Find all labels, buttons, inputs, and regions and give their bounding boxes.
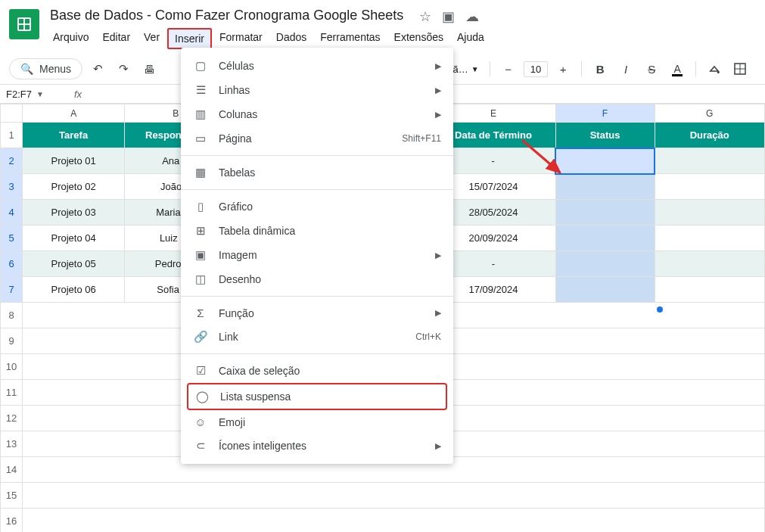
row-header[interactable]: 15 — [1, 483, 23, 509]
menu-item-image[interactable]: ▣ Imagem ▶ — [181, 243, 453, 267]
sheets-logo[interactable] — [9, 9, 39, 39]
font-size-input[interactable]: 10 — [524, 61, 548, 77]
row-header[interactable]: 16 — [1, 509, 23, 533]
document-title[interactable]: Base de Dados - Como Fazer Cronograma Go… — [47, 6, 406, 25]
selection-handle[interactable] — [657, 306, 663, 313]
submenu-arrow-icon: ▶ — [435, 250, 441, 260]
cell[interactable] — [23, 483, 765, 509]
col-header-G[interactable]: G — [655, 104, 765, 123]
header-status[interactable]: Status — [555, 123, 655, 148]
insert-menu-dropdown: ▢ Células ▶ ☰ Linhas ▶ ▥ Colunas ▶ ▭ Pág… — [181, 48, 453, 464]
text-color-button[interactable]: A — [667, 58, 688, 79]
menu-formatar[interactable]: Formatar — [213, 28, 269, 49]
row-header[interactable]: 14 — [1, 457, 23, 483]
cell-selected[interactable] — [555, 148, 655, 174]
menu-label: Link — [219, 331, 405, 343]
cell[interactable] — [655, 148, 765, 174]
menu-item-link[interactable]: 🔗 Link Ctrl+K — [181, 325, 453, 349]
cell-selected[interactable] — [555, 277, 655, 303]
menu-item-function[interactable]: Σ Função ▶ — [181, 301, 453, 325]
font-size-increase[interactable]: + — [552, 58, 574, 79]
row-header[interactable]: 4 — [1, 200, 23, 226]
move-icon[interactable]: ▣ — [442, 8, 455, 25]
strikethrough-button[interactable]: S — [641, 58, 662, 79]
undo-button[interactable]: ↶ — [87, 58, 108, 79]
chart-icon: ▯ — [193, 200, 208, 213]
row-header[interactable]: 5 — [1, 226, 23, 251]
cell-selected[interactable] — [555, 226, 655, 251]
cell[interactable]: Projeto 06 — [23, 277, 125, 303]
dropdown-icon: ◯ — [194, 390, 210, 403]
name-box[interactable]: F2:F7 ▼ — [6, 89, 59, 100]
cell[interactable]: Projeto 02 — [23, 174, 125, 200]
menu-item-checkbox[interactable]: ☑ Caixa de seleção — [181, 359, 453, 383]
italic-button[interactable]: I — [615, 58, 636, 79]
row-header[interactable]: 12 — [1, 406, 23, 431]
chevron-down-icon: ▼ — [471, 65, 479, 73]
row-header[interactable]: 6 — [1, 251, 23, 277]
cell[interactable] — [23, 509, 765, 533]
table-icon: ▦ — [193, 166, 208, 179]
menu-item-pivot[interactable]: ⊞ Tabela dinâmica — [181, 219, 453, 243]
search-icon: 🔍 — [20, 63, 33, 75]
row-header[interactable]: 10 — [1, 354, 23, 380]
cell[interactable] — [655, 174, 765, 200]
menu-item-drawing[interactable]: ◫ Desenho — [181, 267, 453, 291]
borders-button[interactable] — [729, 58, 751, 79]
menu-extensoes[interactable]: Extensões — [388, 28, 449, 49]
menu-inserir[interactable]: Inserir — [167, 28, 212, 49]
star-icon[interactable]: ☆ — [419, 8, 431, 25]
header-tarefa[interactable]: Tarefa — [23, 123, 125, 148]
col-header-A[interactable]: A — [23, 104, 125, 123]
cell[interactable]: Projeto 03 — [23, 200, 125, 226]
cell[interactable]: Projeto 05 — [23, 251, 125, 277]
row-header[interactable]: 8 — [1, 303, 23, 328]
menu-editar[interactable]: Editar — [96, 28, 136, 49]
bold-button[interactable]: B — [589, 58, 611, 79]
cell[interactable] — [655, 251, 765, 277]
pivot-icon: ⊞ — [193, 224, 208, 238]
menu-ver[interactable]: Ver — [138, 28, 166, 49]
menu-item-emoji[interactable]: ☺ Emoji — [181, 410, 453, 434]
menu-item-columns[interactable]: ▥ Colunas ▶ — [181, 102, 453, 126]
row-header[interactable]: 1 — [1, 123, 23, 148]
menu-dados[interactable]: Dados — [270, 28, 313, 49]
drawing-icon: ◫ — [193, 272, 208, 286]
row-header[interactable]: 9 — [1, 328, 23, 354]
row-header[interactable]: 7 — [1, 277, 23, 303]
cell[interactable] — [655, 226, 765, 251]
font-size-decrease[interactable]: − — [498, 58, 519, 79]
row-header[interactable]: 3 — [1, 174, 23, 200]
cell[interactable] — [655, 200, 765, 226]
header-duracao[interactable]: Duração — [655, 123, 765, 148]
row-header[interactable]: 13 — [1, 431, 23, 457]
menu-item-cells[interactable]: ▢ Células ▶ — [181, 54, 453, 78]
menu-label: Função — [219, 307, 424, 319]
cloud-icon[interactable]: ☁ — [465, 8, 479, 25]
fill-color-button[interactable] — [704, 58, 725, 79]
columns-icon: ▥ — [193, 107, 208, 121]
cell[interactable]: Projeto 01 — [23, 148, 125, 174]
col-header-F[interactable]: F — [555, 104, 655, 123]
menu-ajuda[interactable]: Ajuda — [451, 28, 490, 49]
menu-item-tables[interactable]: ▦ Tabelas — [181, 160, 453, 185]
cell-selected[interactable] — [555, 251, 655, 277]
menus-label: Menus — [39, 63, 71, 75]
menu-ferramentas[interactable]: Ferramentas — [314, 28, 386, 49]
row-header[interactable]: 2 — [1, 148, 23, 174]
print-button[interactable]: 🖶 — [138, 58, 160, 79]
menu-item-sheet[interactable]: ▭ Página Shift+F11 — [181, 126, 453, 151]
menu-item-rows[interactable]: ☰ Linhas ▶ — [181, 78, 453, 102]
menu-arquivo[interactable]: Arquivo — [47, 28, 95, 49]
row-header[interactable]: 11 — [1, 380, 23, 406]
redo-button[interactable]: ↷ — [113, 58, 134, 79]
select-all-cell[interactable] — [1, 104, 23, 123]
cell[interactable]: Projeto 04 — [23, 226, 125, 251]
menu-item-dropdown[interactable]: ◯ Lista suspensa — [188, 384, 446, 409]
menu-item-smart-chips[interactable]: ⊂ Ícones inteligentes ▶ — [181, 434, 453, 458]
cell-selected[interactable] — [555, 200, 655, 226]
cell-selected[interactable] — [555, 174, 655, 200]
menus-search[interactable]: 🔍 Menus — [9, 58, 82, 79]
menu-item-chart[interactable]: ▯ Gráfico — [181, 194, 453, 219]
cell[interactable] — [655, 277, 765, 303]
